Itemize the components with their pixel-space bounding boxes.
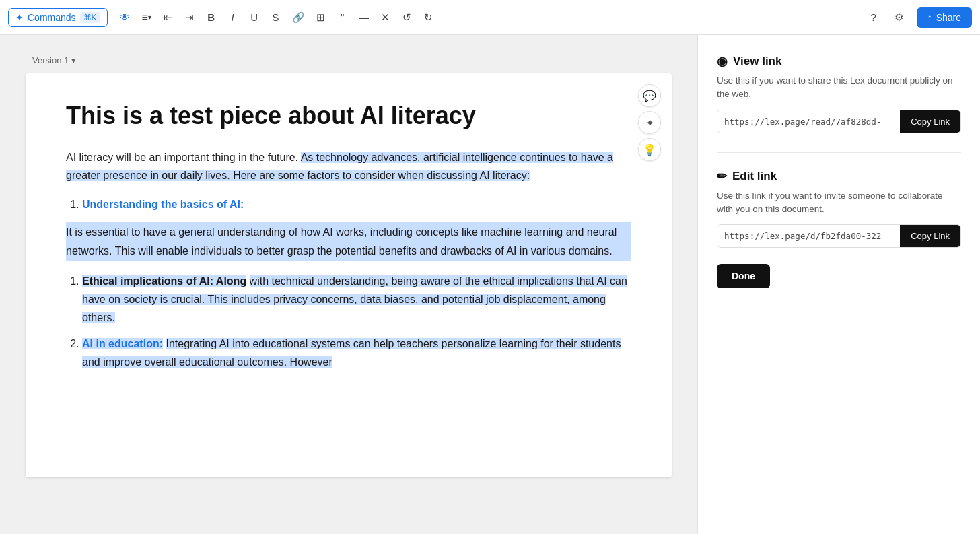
list-item-3-heading: AI in education: (82, 338, 163, 349)
main-area: Version 1 ▾ 💬 ✦ 💡 This is a test piece a… (0, 35, 980, 534)
image-button[interactable]: ⊞ (312, 7, 330, 28)
clear-format-icon: ✕ (381, 11, 390, 24)
view-link-section: ◉ View link Use this if you want to shar… (717, 54, 961, 133)
list-type-button[interactable]: ≡ ▾ (137, 7, 156, 28)
outdent-icon: ⇤ (164, 11, 172, 24)
share-icon: ↑ (928, 12, 932, 23)
strikethrough-button[interactable]: S (267, 7, 285, 28)
image-icon: ⊞ (316, 11, 325, 24)
commands-icon: ✦ (15, 12, 24, 23)
edit-copy-link-button[interactable]: Copy Link (900, 225, 960, 247)
document-card: 💬 ✦ 💡 This is a test piece about AI lite… (26, 73, 672, 477)
list-icon: ≡ (141, 11, 147, 24)
commands-label: Commands (28, 12, 76, 23)
doc-actions: 💬 ✦ 💡 (638, 84, 661, 161)
view-copy-link-button[interactable]: Copy Link (900, 110, 960, 133)
edit-link-desc: Use this link if you want to invite some… (717, 189, 961, 217)
document-body: AI literacy will be an important thing i… (66, 148, 631, 372)
view-link-input[interactable] (718, 110, 900, 133)
main-list: Understanding the basics of AI: (66, 195, 631, 213)
edit-link-row: Copy Link (717, 224, 961, 248)
undo-icon: ↺ (403, 11, 411, 24)
version-bar: Version 1 ▾ (19, 55, 678, 65)
list-item-1-body: It is essential to have a general unders… (66, 222, 631, 261)
list-item-1-heading: Understanding the basics of AI: (82, 199, 244, 210)
lightbulb-icon: 💡 (643, 143, 656, 156)
settings-button[interactable]: ⚙ (890, 7, 909, 28)
redo-icon: ↻ (424, 11, 433, 24)
comment-icon: 💬 (643, 90, 656, 102)
bold-icon: B (207, 11, 215, 23)
share-panel: ◉ View link Use this if you want to shar… (697, 35, 980, 534)
share-button[interactable]: ↑ Share (917, 7, 972, 28)
bold-button[interactable]: B (202, 7, 221, 28)
view-link-desc: Use this if you want to share this Lex d… (717, 74, 961, 102)
commands-button[interactable]: ✦ Commands ⌘K (8, 8, 108, 27)
intro-paragraph: AI literacy will be an important thing i… (66, 148, 631, 185)
italic-button[interactable]: I (223, 7, 242, 28)
eye-icon: 👁 (120, 11, 130, 23)
clear-format-button[interactable]: ✕ (376, 7, 395, 28)
list-chevron-icon: ▾ (148, 13, 151, 21)
quote-icon: " (341, 11, 344, 23)
italic-icon: I (232, 11, 234, 23)
indent-icon: ⇥ (185, 11, 194, 24)
list-item-1: Understanding the basics of AI: (82, 195, 631, 213)
list-item-2-heading: Ethical implications of AI: Along (82, 275, 250, 287)
indent-button[interactable]: ⇥ (180, 7, 199, 28)
sub-list: Ethical implications of AI: Along with t… (66, 272, 631, 372)
help-icon: ? (870, 11, 876, 23)
lightbulb-button[interactable]: 💡 (638, 138, 661, 161)
intro-text: AI literacy will be an important thing i… (66, 152, 298, 163)
share-label: Share (936, 12, 961, 23)
view-link-title: View link (733, 55, 781, 68)
done-button[interactable]: Done (717, 264, 770, 288)
view-link-row: Copy Link (717, 110, 961, 133)
view-link-title-row: ◉ View link (717, 54, 961, 69)
underline-button[interactable]: U (245, 7, 264, 28)
list-item-2: Ethical implications of AI: Along with t… (82, 272, 631, 327)
ai-sparkle-button[interactable]: ✦ (638, 111, 661, 134)
version-selector[interactable]: Version 1 ▾ (32, 55, 76, 65)
version-label-text: Version 1 (32, 55, 69, 65)
version-chevron-icon: ▾ (71, 55, 76, 65)
document-title: This is a test piece about AI literacy (66, 100, 631, 132)
edit-link-section: ✏ Edit link Use this link if you want to… (717, 169, 961, 248)
edit-link-pencil-icon: ✏ (717, 169, 727, 184)
divider-icon: — (359, 11, 369, 23)
link-icon: 🔗 (292, 11, 305, 24)
comment-button[interactable]: 💬 (638, 84, 661, 107)
strikethrough-icon: S (273, 11, 279, 23)
redo-button[interactable]: ↻ (419, 7, 438, 28)
outdent-button[interactable]: ⇤ (159, 7, 178, 28)
gear-icon: ⚙ (895, 11, 903, 24)
toolbar: ✦ Commands ⌘K 👁 ≡ ▾ ⇤ ⇥ B I U S 🔗 ⊞ " — … (0, 0, 980, 35)
link-button[interactable]: 🔗 (288, 7, 309, 28)
commands-shortcut: ⌘K (80, 12, 100, 23)
list-item-3-body: Integrating AI into educational systems … (82, 338, 621, 368)
edit-link-input[interactable] (718, 225, 900, 247)
panel-divider (717, 152, 961, 153)
underline-icon: U (250, 11, 258, 23)
edit-link-title: Edit link (732, 170, 777, 183)
sparkle-icon: ✦ (645, 116, 654, 129)
edit-link-title-row: ✏ Edit link (717, 169, 961, 184)
help-button[interactable]: ? (864, 7, 883, 28)
divider-button[interactable]: — (355, 7, 374, 28)
editor-area: Version 1 ▾ 💬 ✦ 💡 This is a test piece a… (0, 35, 697, 534)
view-mode-button[interactable]: 👁 (116, 7, 135, 28)
undo-button[interactable]: ↺ (398, 7, 417, 28)
view-link-eye-icon: ◉ (717, 54, 728, 69)
list-item-3: AI in education: Integrating AI into edu… (82, 335, 631, 371)
quote-button[interactable]: " (333, 7, 352, 28)
